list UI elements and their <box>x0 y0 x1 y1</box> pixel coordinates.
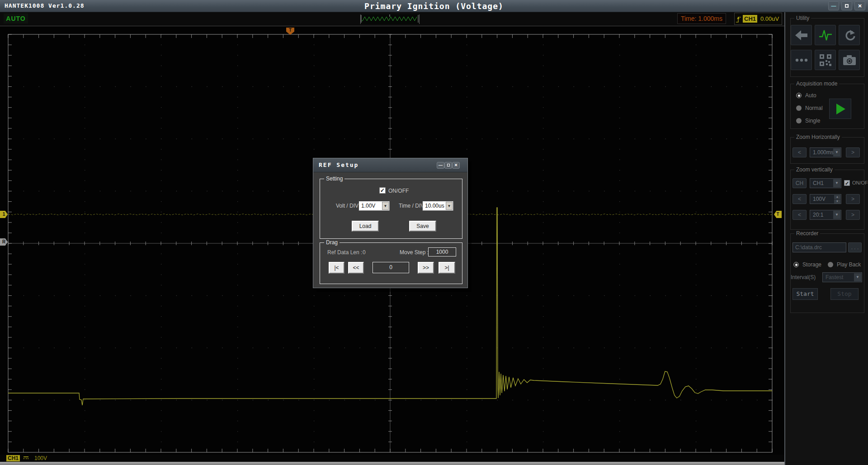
chevron-down-icon[interactable]: ▼ <box>833 179 840 187</box>
record-path-input[interactable]: C:\data.drc <box>793 242 846 252</box>
drag-label: Drag <box>324 239 340 246</box>
channel-onoff-label: ON/OFF <box>852 180 868 185</box>
radio-storage[interactable]: Storage <box>793 260 821 268</box>
maximize-button[interactable] <box>841 1 852 10</box>
ref-data-len-label: Ref Data Len : <box>327 249 362 256</box>
rising-edge-icon <box>736 15 742 24</box>
reset-button[interactable] <box>839 25 860 45</box>
ref-setup-dialog: REF Setup — ✕ Setting ✓ ON/OFF Volt / DI… <box>313 158 468 288</box>
dialog-title: REF Setup <box>319 161 359 168</box>
trigger-level-value: 0.00uV <box>760 15 779 22</box>
zoom-horizontal-group: Zoom Horizontally < 1.000ms ▼ > <box>790 137 864 164</box>
minimize-icon: — <box>439 163 443 167</box>
step-forward-button[interactable]: >> <box>418 262 434 274</box>
trigger-readout: CH1 0.00uV <box>734 13 782 25</box>
record-start-button[interactable]: Start <box>793 288 818 300</box>
go-last-button[interactable]: >| <box>439 262 455 274</box>
move-step-label: Move Step : <box>400 249 429 256</box>
recorder-label: Recorder <box>794 230 820 237</box>
volt-div-label: Volt / DIV <box>336 203 359 209</box>
ref-data-len-value: 0 <box>363 249 366 256</box>
channel1-badge[interactable]: CH1 <box>6 455 20 461</box>
channel-select-dropdown[interactable]: CH1 ▼ <box>810 178 841 188</box>
ch-button[interactable]: CH <box>793 178 807 188</box>
channel-onoff-checkbox[interactable]: ✓ <box>844 180 850 186</box>
volts-div-field[interactable]: 100V ▲▼ <box>810 194 841 204</box>
radio-normal-icon <box>796 105 802 111</box>
dialog-maximize-button[interactable] <box>444 162 452 169</box>
document-title: Primary Ignition (Voltage) <box>0 1 868 11</box>
channel1-volts-div: 100V <box>34 455 47 461</box>
radio-playback[interactable]: Play Back <box>828 260 861 268</box>
preview-waveform-icon <box>361 14 419 23</box>
browse-button[interactable]: . . . <box>848 242 862 252</box>
time-div-label: Time / DIV <box>399 203 424 209</box>
timebase-prev-button[interactable]: < <box>793 147 807 157</box>
radio-normal[interactable]: Normal <box>796 104 823 112</box>
waveform-preview[interactable] <box>360 14 420 24</box>
timebase-readout: Time: 1.000ms <box>677 13 726 24</box>
channel-bar: CH1 100V <box>0 455 868 462</box>
radio-single[interactable]: Single <box>796 116 820 124</box>
timebase-next-button[interactable]: > <box>846 147 860 157</box>
move-step-input[interactable]: 1000 <box>428 247 456 256</box>
radio-single-icon <box>796 118 802 123</box>
camera-icon <box>843 55 856 66</box>
run-button[interactable] <box>829 99 851 119</box>
volts-prev-button[interactable]: < <box>793 194 807 204</box>
window-bottom-edge <box>0 462 868 465</box>
time-div-dropdown[interactable]: 10.00us ▼ <box>422 201 453 211</box>
waveform-pulse-icon <box>819 29 832 42</box>
maximize-icon <box>447 164 450 166</box>
record-stop-button[interactable]: Stop <box>830 288 859 300</box>
utility-label: Utility <box>794 15 811 21</box>
waveform-button[interactable] <box>815 25 836 45</box>
chevron-down-icon[interactable]: ▼ <box>833 211 840 219</box>
reset-rotate-icon <box>843 29 856 41</box>
acquisition-label: Acquisition mode <box>794 81 839 87</box>
minimize-icon: — <box>831 3 836 9</box>
probe-next-button[interactable]: > <box>846 210 860 220</box>
back-arrow-icon <box>795 29 808 41</box>
save-button[interactable]: Save <box>409 221 436 232</box>
close-icon: ✕ <box>858 3 862 9</box>
load-button[interactable]: Load <box>352 221 379 232</box>
interval-dropdown[interactable]: Fastest ▼ <box>822 272 862 282</box>
close-button[interactable]: ✕ <box>854 1 865 10</box>
trigger-channel-badge: CH1 <box>743 15 757 23</box>
back-button[interactable] <box>791 25 812 45</box>
ref-onoff-checkbox[interactable]: ✓ <box>379 187 386 194</box>
dialog-minimize-button[interactable]: — <box>437 162 444 169</box>
minimize-button[interactable]: — <box>828 1 839 10</box>
radio-playback-icon <box>828 262 833 267</box>
chevron-down-icon[interactable]: ▼ <box>854 273 861 281</box>
dialog-title-bar[interactable]: REF Setup — ✕ <box>313 158 467 172</box>
position-display[interactable]: 0 <box>373 262 409 273</box>
chevron-down-icon[interactable]: ▼ <box>382 202 389 210</box>
radio-storage-icon <box>793 262 799 267</box>
go-first-button[interactable]: |< <box>329 262 344 274</box>
more-button[interactable] <box>791 50 812 70</box>
acquisition-group: Acquisition mode Auto Normal Single <box>790 84 864 129</box>
volt-div-dropdown[interactable]: 1.00V ▼ <box>359 201 390 211</box>
title-bar: HANTEK1008 Ver1.0.28 Primary Ignition (V… <box>0 0 868 12</box>
zoom-horizontal-label: Zoom Horizontally <box>794 134 842 140</box>
probe-prev-button[interactable]: < <box>793 210 807 220</box>
setting-label: Setting <box>324 176 344 182</box>
acquisition-status: AUTO <box>4 14 28 24</box>
chevron-down-icon[interactable]: ▼ <box>446 202 453 210</box>
ref-onoff-label: ON/OFF <box>388 188 409 194</box>
control-sidebar: Utility Acquisitio <box>784 12 868 465</box>
timebase-dropdown[interactable]: 1.000ms ▼ <box>810 147 841 157</box>
probe-ratio-dropdown[interactable]: 20:1 ▼ <box>810 210 841 220</box>
spinner-icon[interactable]: ▲▼ <box>834 195 840 203</box>
drag-group: Drag Ref Data Len : 0 Move Step : 1000 |… <box>320 242 462 284</box>
step-back-button[interactable]: << <box>348 262 364 274</box>
screenshot-button[interactable] <box>839 50 860 70</box>
dialog-close-button[interactable]: ✕ <box>452 162 460 169</box>
chevron-down-icon[interactable]: ▼ <box>833 148 840 157</box>
recorder-group: Recorder C:\data.drc . . . Storage Play … <box>790 233 864 313</box>
volts-next-button[interactable]: > <box>846 194 860 204</box>
qr-code-button[interactable] <box>815 50 836 70</box>
radio-auto[interactable]: Auto <box>796 91 816 99</box>
